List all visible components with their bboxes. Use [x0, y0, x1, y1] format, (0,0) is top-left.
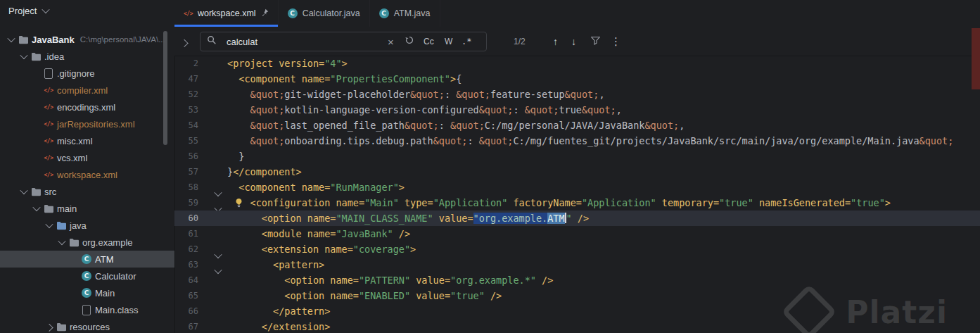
editor-area: </>workspace.xmlCCalculator.javaCATM.jav… [174, 0, 980, 333]
chevron-down-icon[interactable] [20, 51, 27, 59]
code-line-67[interactable]: 67 </extension> [174, 319, 980, 333]
tree-item-atm[interactable]: CATM [0, 251, 174, 268]
code-text: </pattern> [227, 303, 980, 319]
folder-icon [56, 322, 67, 332]
code-text: &quot;git-widget-placeholder&quot;: &quo… [227, 87, 980, 102]
tab-atm-java[interactable]: CATM.java [370, 0, 440, 27]
line-number: 55 [174, 133, 198, 149]
tree-item-vcs-xml[interactable]: </>vcs.xml [0, 149, 174, 166]
chevron-down-icon[interactable] [45, 220, 53, 228]
code-line-63[interactable]: 63 <pattern> [174, 257, 980, 272]
folder-icon [44, 204, 54, 213]
tree-item-gitignore[interactable]: .gitignore [0, 65, 174, 82]
tree-item-resources[interactable]: resources [0, 318, 174, 333]
code-line-59[interactable]: 59 <configuration name="Main" type="Appl… [174, 195, 980, 211]
match-count: 1/2 [514, 37, 526, 46]
line-number: 53 [174, 102, 198, 118]
tree-icon-slot [80, 305, 93, 315]
code-line-64[interactable]: 64 <option name="PATTERN" value="org.exa… [174, 272, 980, 288]
tree-item-workspace-xml[interactable]: </>workspace.xml [0, 166, 174, 183]
tree-icon-slot [17, 35, 30, 44]
tree-icon-slot: </> [42, 87, 55, 94]
code-line-62[interactable]: 62 <extension name="coverage"> [174, 241, 980, 257]
tree-item-label: main [57, 203, 77, 214]
tree-item-main[interactable]: CMain [0, 284, 174, 301]
code-text: &quot;onboarding.tips.debug.path&quot;: … [227, 133, 980, 149]
tree-icon-slot: </> [42, 121, 55, 127]
line-number: 62 [174, 241, 198, 257]
code-line-58[interactable]: 58 <component name="RunManager"> [174, 180, 980, 195]
chevron-down-icon[interactable] [58, 237, 65, 245]
tree-item-main[interactable]: main [0, 200, 174, 217]
chevron-down-icon[interactable] [20, 187, 27, 194]
next-match-button[interactable]: ↓ [571, 36, 576, 47]
tree-item-encodings-xml[interactable]: </>encodings.xml [0, 99, 174, 115]
tree-item-java[interactable]: java [0, 217, 174, 234]
code-line-53[interactable]: 53 &quot;kotlin-language-version-configu… [174, 102, 980, 118]
more-options-icon[interactable]: ⋮ [611, 35, 621, 48]
tree-item-idea[interactable]: .idea [0, 48, 174, 65]
line-number: 67 [174, 319, 198, 333]
tab-calculator-java[interactable]: CCalculator.java [279, 0, 370, 27]
code-line-60[interactable]: 60 <option name="MAIN_CLASS_NAME" value=… [174, 211, 980, 226]
tree-item-jarrepositories-xml[interactable]: </>jarRepositories.xml [0, 115, 174, 132]
search-input[interactable]: calculat [227, 36, 257, 46]
tree-icon-slot: </> [42, 172, 55, 178]
tree-item-main-class[interactable]: Main.class [0, 301, 174, 318]
code-text: <component name="PropertiesComponent">{ [227, 71, 980, 87]
xml-file-icon: </> [44, 138, 53, 144]
pin-icon[interactable] [261, 8, 269, 18]
class-icon: C [288, 8, 298, 18]
folder-icon [18, 35, 29, 44]
line-number: 47 [174, 71, 198, 87]
class-icon: C [82, 254, 91, 264]
tree-item-label: ATM [95, 254, 113, 265]
chevron-down-icon[interactable] [32, 203, 40, 211]
code-text: <option name="MAIN_CLASS_NAME" value="or… [227, 211, 980, 226]
tree-item-calculator[interactable]: CCalculator [0, 268, 174, 284]
code-line-61[interactable]: 61 <module name="JavaBank" /> [174, 226, 980, 241]
tab-workspace-xml[interactable]: </>workspace.xml [174, 0, 279, 27]
tree-item-label: misc.xml [57, 136, 93, 146]
chevron-right-icon[interactable] [45, 324, 53, 332]
xml-file-icon: </> [44, 87, 53, 94]
code-editor[interactable]: 2<project version="4">47 <component name… [174, 56, 980, 333]
previous-match-button[interactable]: ↑ [553, 36, 558, 47]
tree-item-src[interactable]: src [0, 183, 174, 200]
code-line-57[interactable]: 57}</component> [174, 164, 980, 180]
code-line-65[interactable]: 65 <option name="ENABLED" value="true" /… [174, 288, 980, 303]
tree-item-org-example[interactable]: org.example [0, 234, 174, 251]
code-line-66[interactable]: 66 </pattern> [174, 303, 980, 319]
tree-chevron-slot [18, 54, 30, 59]
code-line-2[interactable]: 2<project version="4"> [174, 56, 980, 71]
tree-item-compiler-xml[interactable]: </>compiler.xml [0, 82, 174, 99]
code-line-56[interactable]: 56 } [174, 149, 980, 164]
tree-icon-slot [30, 52, 42, 61]
line-number: 61 [174, 226, 198, 241]
tree-item-misc-xml[interactable]: </>misc.xml [0, 132, 174, 149]
line-number: 57 [174, 164, 198, 180]
match-case-toggle[interactable]: Cc [424, 37, 434, 46]
regex-toggle[interactable]: .* [462, 37, 471, 46]
tree-icon-slot: C [80, 288, 93, 298]
tree-item-label: Main [95, 288, 115, 299]
code-text: <option name="ENABLED" value="true" /> [227, 288, 980, 303]
project-panel-header[interactable]: Project [0, 0, 174, 21]
filter-icon[interactable] [591, 35, 600, 48]
tree-item-javabank[interactable]: JavaBankC:\mg\personal\JAVA\... [0, 31, 174, 48]
project-path: C:\mg\personal\JAVA\... [80, 35, 165, 44]
chevron-down-icon[interactable] [7, 34, 15, 42]
search-history-icon[interactable] [405, 35, 414, 48]
project-panel-scrollbar[interactable] [163, 31, 167, 145]
expand-find-toggle[interactable] [182, 35, 187, 48]
clear-search-icon[interactable]: × [388, 35, 394, 47]
code-line-52[interactable]: 52 &quot;git-widget-placeholder&quot;: &… [174, 87, 980, 102]
ide-window: Project JavaBankC:\mg\personal\JAVA\....… [0, 0, 980, 333]
code-line-54[interactable]: 54 &quot;last_opened_file_path&quot;: &q… [174, 118, 980, 133]
scrollbar-error-stripe [972, 28, 980, 89]
chevron-down-icon [42, 6, 50, 13]
tree-chevron-slot [18, 189, 30, 194]
words-toggle[interactable]: W [445, 37, 452, 46]
code-line-47[interactable]: 47 <component name="PropertiesComponent"… [174, 71, 980, 87]
code-line-55[interactable]: 55 &quot;onboarding.tips.debug.path&quot… [174, 133, 980, 149]
